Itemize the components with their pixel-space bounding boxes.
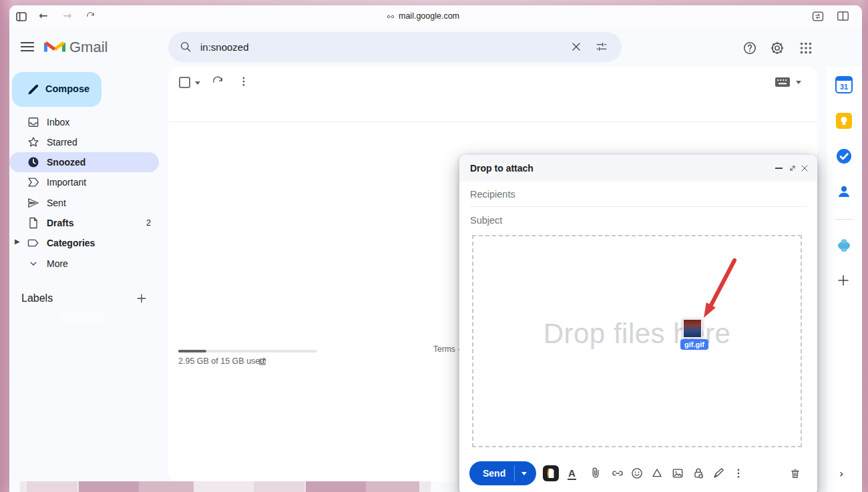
sidebar-item-inbox[interactable]: Inbox [9,112,159,132]
help-me-write-icon[interactable] [543,465,559,481]
browser-extensions-icon[interactable] [812,11,824,21]
dock-tile [139,481,194,492]
browser-reload-icon[interactable] [85,11,95,21]
input-tools-dropdown-icon[interactable] [796,81,801,84]
compose-pencil-icon [27,83,40,96]
sidebar-item-drafts[interactable]: Drafts 2 [9,213,159,233]
dragged-file-name: gif.gif [680,339,708,350]
search-input[interactable] [200,32,534,62]
expand-right-icon[interactable]: ▶ [15,238,20,245]
get-addons-icon[interactable] [835,272,851,288]
sidebar-item-starred[interactable]: Starred [9,132,159,152]
close-icon[interactable] [800,164,809,173]
send-label: Send [483,468,505,479]
compose-header[interactable]: Drop to attach [459,155,817,182]
insert-from-drive-icon[interactable] [650,467,664,480]
insert-photo-icon[interactable] [671,467,684,480]
insert-signature-icon[interactable] [712,467,725,480]
minimize-icon[interactable] [775,168,783,169]
dragged-file-thumbnail [682,318,702,338]
compose-dialog: Drop to attach Drop files here gif.gif S… [459,155,817,492]
input-tools-keyboard-icon[interactable] [775,77,791,87]
important-icon [27,176,40,189]
list-divider [168,121,817,122]
send-options-icon[interactable] [521,472,527,475]
send-button[interactable]: Send [469,461,536,485]
select-dropdown-icon[interactable] [195,81,200,85]
refresh-icon[interactable] [211,75,224,89]
discard-draft-icon[interactable] [789,467,801,480]
confidential-mode-icon[interactable] [692,467,705,480]
calendar-icon[interactable]: 31 [835,76,853,93]
formatting-options-icon[interactable]: A [568,467,576,479]
send-separator [514,465,515,481]
dropzone-hint-text: Drop files here [473,318,801,350]
sidebar-item-important[interactable]: Important [9,172,159,192]
side-panel: 31 › [827,67,862,492]
dock-tile [254,481,304,492]
dock-tile [306,481,366,492]
more-options-icon[interactable] [238,75,250,88]
storage-progress-bar [178,350,317,352]
star-icon [27,136,40,149]
drafts-icon [27,216,40,230]
browser-forward-icon[interactable]: → [63,11,71,21]
attach-file-icon[interactable] [589,467,602,480]
storage-progress-fill [178,350,206,352]
categories-label-icon [27,236,40,250]
footer-terms-link[interactable]: Terms · [433,344,460,354]
sidebar-item-categories[interactable]: ▶ Categories [9,233,159,253]
sidebar-item-more[interactable]: More [9,254,159,274]
insert-emoji-icon[interactable] [630,467,644,480]
keep-icon[interactable] [835,112,853,130]
apps-grid-icon[interactable] [799,41,813,55]
subject-input[interactable] [459,208,817,233]
open-in-new-icon[interactable] [258,357,267,366]
browser-split-view-icon[interactable] [837,11,849,21]
search-filter-icon[interactable] [595,40,608,53]
gmail-logo-icon [44,37,65,55]
drafts-count: 2 [135,218,151,228]
drag-arrow-icon [693,256,744,323]
settings-gear-icon[interactable] [770,41,785,55]
address-bar[interactable]: mail.google.com [399,11,459,21]
contacts-icon[interactable] [835,183,853,200]
url-link-icon [386,12,395,21]
browser-window: ← → mail.google.com Gmail [9,5,862,492]
inbox-icon [27,115,40,129]
sidebar-item-sent[interactable]: Sent [9,193,159,213]
more-send-options-icon[interactable] [732,467,744,480]
gmail-logo-text: Gmail [69,39,107,56]
gmail-header: Gmail [9,27,862,67]
labels-header: Labels [21,292,53,304]
clear-search-icon[interactable] [570,40,583,53]
search-bar [168,32,622,62]
file-dropzone[interactable]: Drop files here [472,235,802,447]
create-label-icon[interactable] [135,292,148,305]
snoozed-clock-icon [27,156,40,169]
insert-link-icon[interactable] [611,467,624,480]
compose-button[interactable]: Compose [12,72,101,107]
thumbnail-image [684,320,701,337]
subject-field[interactable] [459,208,817,233]
select-all-checkbox[interactable] [179,77,190,88]
chevron-down-icon [27,257,40,270]
recipients-field[interactable] [459,182,817,207]
pop-out-icon[interactable] [788,164,797,173]
sidebar-item-snoozed[interactable]: Snoozed [9,152,159,172]
field-divider [470,206,807,207]
help-icon[interactable] [742,41,757,55]
collapse-panel-icon[interactable]: › [839,467,843,480]
dock-tile [366,481,419,492]
search-icon[interactable] [179,40,192,53]
tasks-icon[interactable] [835,148,853,165]
panel-divider [836,219,853,220]
main-menu-icon[interactable] [20,41,35,52]
storage-usage-text: 2.95 GB of 15 GB used [178,356,264,366]
browser-back-icon[interactable]: ← [39,11,47,21]
recipients-input[interactable] [459,182,817,207]
addon-icon[interactable] [835,236,853,254]
browser-sidebar-toggle-icon[interactable] [16,12,27,21]
dock-tile [79,481,139,492]
browser-chrome: ← → mail.google.com [9,5,862,27]
